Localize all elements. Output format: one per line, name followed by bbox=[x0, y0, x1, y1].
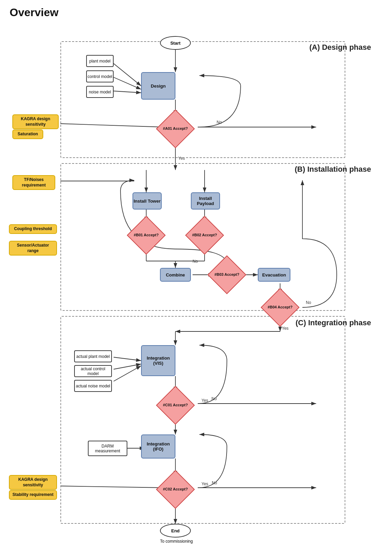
saturation-label: Saturation bbox=[12, 129, 43, 139]
phase-a-label: (A) Design phase bbox=[309, 43, 371, 52]
actual-noise-model-box: actual noise model bbox=[74, 380, 112, 392]
to-commissioning: To commissioning bbox=[158, 539, 195, 544]
b04-diamond: #B04 Accept? bbox=[265, 292, 296, 323]
actual-plant-model-box: actual plant model bbox=[74, 350, 112, 362]
integration-ifo-box: Integration (IFO) bbox=[141, 434, 175, 459]
end-node: End bbox=[160, 524, 191, 538]
install-tower-box: Install Tower bbox=[132, 192, 162, 210]
kagra-design-label-2: KAGRA design sensitivity bbox=[9, 475, 57, 490]
evacuation-box: Evacuation bbox=[258, 268, 290, 282]
page-title: Overview bbox=[0, 0, 392, 19]
c01-diamond: #C01 Accept? bbox=[160, 390, 191, 421]
actual-control-model-box: actual control model bbox=[74, 365, 112, 377]
a01-diamond: #A01 Accept? bbox=[160, 113, 191, 144]
coupling-threshold-label: Coupling threshold bbox=[9, 224, 57, 234]
stability-label: Stability requirement bbox=[9, 490, 57, 500]
sensor-actuator-label: Sensor/Actuator range bbox=[9, 241, 57, 256]
start-node: Start bbox=[160, 36, 191, 50]
design-box: Design bbox=[141, 72, 175, 100]
c02-diamond: #C02 Accept? bbox=[160, 474, 191, 505]
integration-vis-box: Integration (VIS) bbox=[141, 345, 175, 376]
phase-b-label: (B) Installation phase bbox=[295, 165, 371, 174]
plant-model-box: plant model bbox=[86, 55, 114, 67]
noise-model-box: noise model bbox=[86, 86, 114, 98]
install-payload-box: Install Payload bbox=[191, 192, 220, 210]
b02-diamond: #B02 Accept? bbox=[189, 220, 220, 251]
kagra-design-label: KAGRA design sensitivity bbox=[12, 114, 59, 129]
tf-noises-label: TF/Noises requirement bbox=[12, 175, 55, 190]
phase-c-box bbox=[60, 316, 345, 524]
b03-diamond: #B03 Accept? bbox=[211, 259, 242, 290]
darm-box: DARM measurement bbox=[88, 441, 127, 456]
b01-diamond: #B01 Accept? bbox=[131, 220, 162, 251]
combine-box: Combine bbox=[160, 268, 191, 282]
phase-c-label: (C) Integration phase bbox=[296, 318, 371, 327]
control-model-box: control model bbox=[86, 70, 114, 82]
